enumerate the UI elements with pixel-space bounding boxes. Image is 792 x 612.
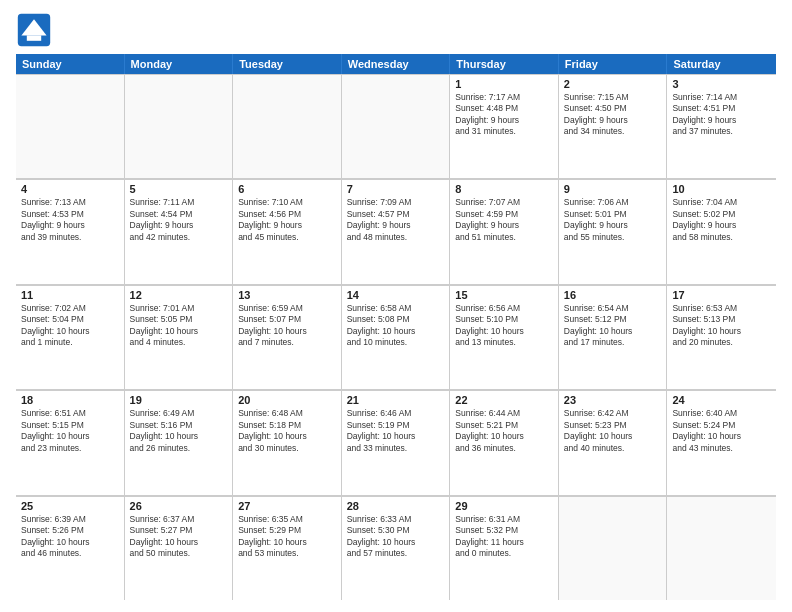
cell-info: Sunrise: 7:09 AM Sunset: 4:57 PM Dayligh…: [347, 197, 445, 243]
logo-icon: [16, 12, 52, 48]
weekday-header: Thursday: [450, 54, 559, 74]
cell-info: Sunrise: 6:56 AM Sunset: 5:10 PM Dayligh…: [455, 303, 553, 349]
svg-rect-2: [27, 35, 41, 40]
calendar-cell: 8Sunrise: 7:07 AM Sunset: 4:59 PM Daylig…: [450, 179, 559, 283]
weekday-header: Friday: [559, 54, 668, 74]
day-number: 8: [455, 183, 553, 195]
calendar-cell: 4Sunrise: 7:13 AM Sunset: 4:53 PM Daylig…: [16, 179, 125, 283]
cell-info: Sunrise: 6:42 AM Sunset: 5:23 PM Dayligh…: [564, 408, 662, 454]
calendar-cell: [667, 496, 776, 600]
calendar-cell: 12Sunrise: 7:01 AM Sunset: 5:05 PM Dayli…: [125, 285, 234, 389]
calendar-cell: 9Sunrise: 7:06 AM Sunset: 5:01 PM Daylig…: [559, 179, 668, 283]
calendar-cell: 5Sunrise: 7:11 AM Sunset: 4:54 PM Daylig…: [125, 179, 234, 283]
calendar-row: 18Sunrise: 6:51 AM Sunset: 5:15 PM Dayli…: [16, 390, 776, 495]
calendar-cell: 6Sunrise: 7:10 AM Sunset: 4:56 PM Daylig…: [233, 179, 342, 283]
weekday-header: Saturday: [667, 54, 776, 74]
calendar-cell: [125, 74, 234, 178]
calendar-cell: 1Sunrise: 7:17 AM Sunset: 4:48 PM Daylig…: [450, 74, 559, 178]
cell-info: Sunrise: 6:51 AM Sunset: 5:15 PM Dayligh…: [21, 408, 119, 454]
day-number: 9: [564, 183, 662, 195]
calendar-cell: 10Sunrise: 7:04 AM Sunset: 5:02 PM Dayli…: [667, 179, 776, 283]
calendar-cell: [559, 496, 668, 600]
calendar-body: 1Sunrise: 7:17 AM Sunset: 4:48 PM Daylig…: [16, 74, 776, 600]
calendar-cell: 15Sunrise: 6:56 AM Sunset: 5:10 PM Dayli…: [450, 285, 559, 389]
day-number: 13: [238, 289, 336, 301]
cell-info: Sunrise: 6:58 AM Sunset: 5:08 PM Dayligh…: [347, 303, 445, 349]
calendar-row: 1Sunrise: 7:17 AM Sunset: 4:48 PM Daylig…: [16, 74, 776, 179]
cell-info: Sunrise: 7:06 AM Sunset: 5:01 PM Dayligh…: [564, 197, 662, 243]
cell-info: Sunrise: 6:31 AM Sunset: 5:32 PM Dayligh…: [455, 514, 553, 560]
day-number: 28: [347, 500, 445, 512]
cell-info: Sunrise: 6:37 AM Sunset: 5:27 PM Dayligh…: [130, 514, 228, 560]
cell-info: Sunrise: 7:13 AM Sunset: 4:53 PM Dayligh…: [21, 197, 119, 243]
page: SundayMondayTuesdayWednesdayThursdayFrid…: [0, 0, 792, 612]
calendar-cell: 22Sunrise: 6:44 AM Sunset: 5:21 PM Dayli…: [450, 390, 559, 494]
day-number: 12: [130, 289, 228, 301]
cell-info: Sunrise: 6:59 AM Sunset: 5:07 PM Dayligh…: [238, 303, 336, 349]
cell-info: Sunrise: 6:44 AM Sunset: 5:21 PM Dayligh…: [455, 408, 553, 454]
cell-info: Sunrise: 6:39 AM Sunset: 5:26 PM Dayligh…: [21, 514, 119, 560]
calendar-row: 11Sunrise: 7:02 AM Sunset: 5:04 PM Dayli…: [16, 285, 776, 390]
day-number: 22: [455, 394, 553, 406]
cell-info: Sunrise: 7:10 AM Sunset: 4:56 PM Dayligh…: [238, 197, 336, 243]
day-number: 19: [130, 394, 228, 406]
day-number: 14: [347, 289, 445, 301]
day-number: 6: [238, 183, 336, 195]
day-number: 16: [564, 289, 662, 301]
calendar-row: 4Sunrise: 7:13 AM Sunset: 4:53 PM Daylig…: [16, 179, 776, 284]
calendar-cell: [16, 74, 125, 178]
cell-info: Sunrise: 7:07 AM Sunset: 4:59 PM Dayligh…: [455, 197, 553, 243]
calendar-cell: 19Sunrise: 6:49 AM Sunset: 5:16 PM Dayli…: [125, 390, 234, 494]
weekday-header: Sunday: [16, 54, 125, 74]
day-number: 2: [564, 78, 662, 90]
day-number: 24: [672, 394, 771, 406]
day-number: 23: [564, 394, 662, 406]
calendar-cell: 26Sunrise: 6:37 AM Sunset: 5:27 PM Dayli…: [125, 496, 234, 600]
cell-info: Sunrise: 6:48 AM Sunset: 5:18 PM Dayligh…: [238, 408, 336, 454]
cell-info: Sunrise: 7:11 AM Sunset: 4:54 PM Dayligh…: [130, 197, 228, 243]
calendar-cell: [233, 74, 342, 178]
day-number: 5: [130, 183, 228, 195]
day-number: 15: [455, 289, 553, 301]
day-number: 1: [455, 78, 553, 90]
calendar-cell: [342, 74, 451, 178]
calendar-cell: 2Sunrise: 7:15 AM Sunset: 4:50 PM Daylig…: [559, 74, 668, 178]
calendar-cell: 24Sunrise: 6:40 AM Sunset: 5:24 PM Dayli…: [667, 390, 776, 494]
weekday-header: Wednesday: [342, 54, 451, 74]
calendar-cell: 29Sunrise: 6:31 AM Sunset: 5:32 PM Dayli…: [450, 496, 559, 600]
cell-info: Sunrise: 7:01 AM Sunset: 5:05 PM Dayligh…: [130, 303, 228, 349]
calendar-cell: 27Sunrise: 6:35 AM Sunset: 5:29 PM Dayli…: [233, 496, 342, 600]
calendar-cell: 11Sunrise: 7:02 AM Sunset: 5:04 PM Dayli…: [16, 285, 125, 389]
calendar-cell: 23Sunrise: 6:42 AM Sunset: 5:23 PM Dayli…: [559, 390, 668, 494]
cell-info: Sunrise: 7:15 AM Sunset: 4:50 PM Dayligh…: [564, 92, 662, 138]
calendar-cell: 25Sunrise: 6:39 AM Sunset: 5:26 PM Dayli…: [16, 496, 125, 600]
header: [16, 12, 776, 48]
calendar-cell: 13Sunrise: 6:59 AM Sunset: 5:07 PM Dayli…: [233, 285, 342, 389]
cell-info: Sunrise: 6:54 AM Sunset: 5:12 PM Dayligh…: [564, 303, 662, 349]
calendar-cell: 18Sunrise: 6:51 AM Sunset: 5:15 PM Dayli…: [16, 390, 125, 494]
day-number: 11: [21, 289, 119, 301]
cell-info: Sunrise: 6:33 AM Sunset: 5:30 PM Dayligh…: [347, 514, 445, 560]
day-number: 20: [238, 394, 336, 406]
cell-info: Sunrise: 6:49 AM Sunset: 5:16 PM Dayligh…: [130, 408, 228, 454]
day-number: 10: [672, 183, 771, 195]
calendar-row: 25Sunrise: 6:39 AM Sunset: 5:26 PM Dayli…: [16, 496, 776, 600]
weekday-header: Monday: [125, 54, 234, 74]
cell-info: Sunrise: 7:14 AM Sunset: 4:51 PM Dayligh…: [672, 92, 771, 138]
day-number: 4: [21, 183, 119, 195]
calendar-cell: 28Sunrise: 6:33 AM Sunset: 5:30 PM Dayli…: [342, 496, 451, 600]
calendar-cell: 21Sunrise: 6:46 AM Sunset: 5:19 PM Dayli…: [342, 390, 451, 494]
day-number: 26: [130, 500, 228, 512]
day-number: 18: [21, 394, 119, 406]
day-number: 21: [347, 394, 445, 406]
cell-info: Sunrise: 6:35 AM Sunset: 5:29 PM Dayligh…: [238, 514, 336, 560]
calendar-cell: 20Sunrise: 6:48 AM Sunset: 5:18 PM Dayli…: [233, 390, 342, 494]
day-number: 25: [21, 500, 119, 512]
cell-info: Sunrise: 7:02 AM Sunset: 5:04 PM Dayligh…: [21, 303, 119, 349]
cell-info: Sunrise: 6:53 AM Sunset: 5:13 PM Dayligh…: [672, 303, 771, 349]
calendar-cell: 14Sunrise: 6:58 AM Sunset: 5:08 PM Dayli…: [342, 285, 451, 389]
day-number: 7: [347, 183, 445, 195]
cell-info: Sunrise: 7:17 AM Sunset: 4:48 PM Dayligh…: [455, 92, 553, 138]
cell-info: Sunrise: 6:40 AM Sunset: 5:24 PM Dayligh…: [672, 408, 771, 454]
calendar: SundayMondayTuesdayWednesdayThursdayFrid…: [16, 54, 776, 600]
